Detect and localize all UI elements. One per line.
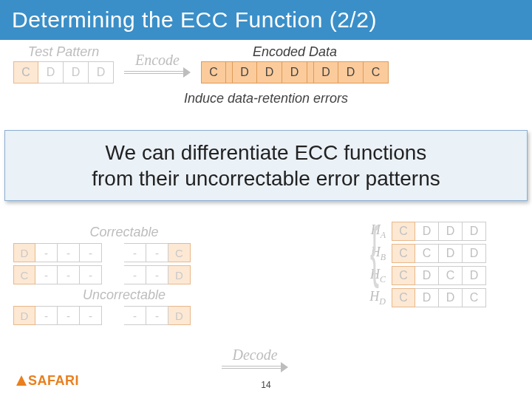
tp-cell: C — [13, 61, 38, 83]
left-examples: Correctable D - - - . - - C C - - - . - … — [13, 222, 235, 328]
uncorrectable-label: Uncorrectable — [13, 287, 235, 303]
hc: D — [415, 266, 439, 285]
pc-cell: - — [146, 243, 168, 262]
arrow-icon — [124, 69, 191, 76]
h-grid: HA C D D D HB C C D D HC — [364, 222, 519, 307]
decode-arrow: Decode — [222, 347, 288, 371]
enc-cell: D — [257, 61, 282, 83]
overlay-line-2: from their uncorrectable error patterns — [13, 166, 519, 191]
right-hypotheses: { HA C D D D HB C C D D — [334, 222, 519, 328]
pc-cell: D — [13, 306, 35, 325]
connector — [307, 61, 313, 83]
hc: C — [392, 222, 415, 241]
pc-cell: - — [80, 265, 102, 284]
encode-text: Encode — [124, 52, 191, 69]
hc: C — [439, 266, 463, 285]
tp-cell: D — [89, 61, 114, 83]
hc: D — [463, 244, 486, 263]
test-pattern-label: Test Pattern — [13, 44, 114, 60]
enc-cell: D — [338, 61, 364, 83]
hc: C — [415, 244, 439, 263]
induce-errors-text: Induce data-retention errors — [13, 91, 519, 106]
enc-cell: C — [201, 61, 226, 83]
hc: D — [463, 222, 486, 241]
h-row: HC C D C D — [364, 266, 519, 285]
overlay-line-1: We can differentiate ECC functions — [13, 140, 519, 166]
tp-cell: D — [64, 61, 89, 83]
pc-cell: C — [168, 243, 191, 262]
encode-flow: Test Pattern C D D D Encode Encoded Data… — [13, 44, 519, 83]
pc-cell: - — [35, 265, 58, 284]
hc: D — [439, 288, 463, 307]
pc-cell: C — [13, 265, 35, 284]
lower-area: Correctable D - - - . - - C C - - - . - … — [13, 222, 519, 328]
hc: D — [415, 288, 439, 307]
pc-cell: D — [13, 243, 35, 262]
decode-text: Decode — [222, 347, 288, 364]
test-pattern-row: C D D D — [13, 61, 114, 83]
h-row: HB C C D D — [364, 244, 519, 263]
pc-cell: - — [58, 265, 80, 284]
h-row: HA C D D D — [364, 222, 519, 241]
correctable-label: Correctable — [13, 225, 235, 240]
pc-cell: D — [168, 265, 191, 284]
pc-cell: - — [58, 306, 80, 325]
pc-cell: D — [168, 306, 191, 325]
hc: C — [392, 244, 415, 263]
h-label: HD — [364, 289, 386, 307]
pc-cell: - — [35, 306, 58, 325]
pc-cell: - — [35, 243, 58, 262]
pc-cell: - — [124, 306, 146, 325]
test-pattern-block: Test Pattern C D D D — [13, 44, 114, 83]
hc: D — [439, 244, 463, 263]
encoded-data-label: Encoded Data — [201, 44, 389, 60]
enc-cell: C — [364, 61, 389, 83]
correctable-row: D - - - . - - C — [13, 243, 235, 262]
h-row: HD C D D C — [364, 288, 519, 307]
hc: C — [392, 288, 415, 307]
encoded-data-block: Encoded Data C D D D D D C — [201, 44, 389, 83]
brace-icon: { — [370, 222, 379, 282]
hc: D — [439, 222, 463, 241]
pc-cell: - — [58, 243, 80, 262]
hc: D — [463, 266, 486, 285]
pc-cell: - — [124, 265, 146, 284]
page-number: 14 — [0, 380, 532, 390]
enc-cell: D — [282, 61, 307, 83]
hc: C — [392, 266, 415, 285]
tp-cell: D — [38, 61, 64, 83]
arrow-icon — [222, 364, 288, 371]
encoded-row: C D D D D D C — [201, 61, 389, 83]
pc-cell: - — [124, 243, 146, 262]
pc-cell: - — [80, 306, 102, 325]
hc: D — [415, 222, 439, 241]
encode-arrow: Encode — [124, 52, 191, 76]
pc-cell: - — [146, 306, 168, 325]
pc-cell: - — [80, 243, 102, 262]
hc: C — [463, 288, 486, 307]
slide-content: Test Pattern C D D D Encode Encoded Data… — [0, 40, 532, 106]
uncorrectable-row: D - - - . - - D — [13, 306, 235, 325]
pc-cell: - — [146, 265, 168, 284]
connector — [226, 61, 232, 83]
correctable-row: C - - - . - - D — [13, 265, 235, 284]
highlight-overlay: We can differentiate ECC functions from … — [4, 130, 528, 201]
enc-cell: D — [232, 61, 257, 83]
page-title: Determining the ECC Function (2/2) — [0, 0, 532, 40]
enc-cell: D — [313, 61, 338, 83]
